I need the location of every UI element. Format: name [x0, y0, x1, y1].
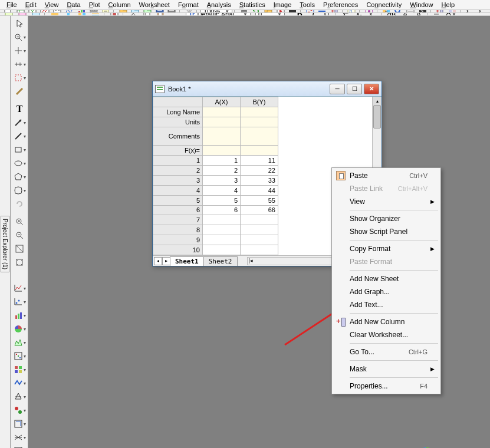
- reader-icon[interactable]: ▾: [12, 44, 27, 57]
- cell[interactable]: 6: [203, 205, 241, 215]
- cell[interactable]: 5: [203, 195, 241, 205]
- rect-tool-icon[interactable]: ▾: [12, 143, 27, 156]
- fit-page-icon[interactable]: [12, 256, 27, 269]
- maximize-button[interactable]: ☐: [347, 84, 362, 94]
- menu-data[interactable]: Data: [63, 0, 84, 9]
- cell[interactable]: [241, 225, 278, 235]
- menu-add-graph[interactable]: Add Graph...: [333, 285, 439, 298]
- arrow-tool-icon[interactable]: ▾: [12, 116, 27, 129]
- menu-copy-format[interactable]: Copy Format▶: [333, 242, 439, 255]
- lt4-icon[interactable]: ▾: [12, 322, 27, 335]
- menu-worksheet[interactable]: Worksheet: [135, 0, 174, 9]
- menu-plot[interactable]: Plot: [85, 0, 104, 9]
- region-tool-icon[interactable]: ▾: [12, 184, 27, 197]
- lt13-icon[interactable]: ▾: [12, 444, 27, 448]
- menu-column[interactable]: Column: [104, 0, 135, 9]
- data-selector-icon[interactable]: ▾: [12, 58, 27, 71]
- menu-clear-worksheet[interactable]: Clear Worksheet...: [333, 328, 439, 341]
- menu-view[interactable]: View: [41, 0, 63, 9]
- lt6-icon[interactable]: ▾: [12, 350, 27, 363]
- zoom-pan-icon[interactable]: +▾: [12, 31, 27, 44]
- menu-show-organizer[interactable]: Show Organizer: [333, 212, 439, 225]
- cell[interactable]: [203, 235, 241, 245]
- zoom-in-icon[interactable]: [12, 215, 27, 228]
- zoom-out-icon[interactable]: [12, 229, 27, 242]
- row-number[interactable]: 10: [153, 245, 203, 255]
- menu-goto[interactable]: Go To...Ctrl+G: [333, 345, 439, 358]
- column-header-b[interactable]: B(Y): [241, 97, 278, 107]
- column-header-a[interactable]: A(X): [203, 97, 241, 107]
- row-number[interactable]: 6: [153, 205, 203, 215]
- menu-add-new-sheet[interactable]: Add New Sheet: [333, 272, 439, 285]
- project-explorer-tab[interactable]: Project Explorer (1): [1, 216, 9, 272]
- row-number[interactable]: 7: [153, 215, 203, 225]
- row-number[interactable]: 9: [153, 235, 203, 245]
- lt2-icon[interactable]: ▾: [12, 295, 27, 308]
- circle-tool-icon[interactable]: ▾: [12, 157, 27, 170]
- row-comments[interactable]: Comments: [153, 127, 203, 146]
- minimize-button[interactable]: ─: [330, 84, 345, 94]
- menu-properties[interactable]: Properties...F4: [333, 380, 439, 393]
- menu-window[interactable]: Window: [406, 0, 437, 9]
- menu-connectivity[interactable]: Connectivity: [362, 0, 406, 9]
- menu-mask[interactable]: Mask▶: [333, 363, 439, 375]
- menu-statistics[interactable]: Statistics: [235, 0, 269, 9]
- rescale-tool-icon[interactable]: [12, 242, 27, 255]
- lt8-icon[interactable]: ▾: [12, 377, 27, 390]
- cell[interactable]: [241, 245, 278, 255]
- scroll-up-icon[interactable]: ▴: [373, 97, 382, 105]
- menu-image[interactable]: Image: [269, 0, 296, 9]
- cell[interactable]: 2: [203, 166, 241, 176]
- lt5-icon[interactable]: ▾: [12, 336, 27, 349]
- cell[interactable]: 22: [241, 166, 278, 176]
- tab-next-icon[interactable]: ▸: [162, 257, 170, 265]
- row-number[interactable]: 1: [153, 156, 203, 166]
- cell[interactable]: 3: [203, 175, 241, 185]
- cell[interactable]: [241, 215, 278, 225]
- workbook-titlebar[interactable]: Book1 * ─ ☐ ✕: [153, 81, 382, 97]
- row-number[interactable]: 3: [153, 175, 203, 185]
- line-tool-icon[interactable]: ▾: [12, 130, 27, 143]
- cell[interactable]: [203, 225, 241, 235]
- pointer-tool-icon[interactable]: [12, 17, 27, 30]
- tab-first-icon[interactable]: ◂: [154, 257, 162, 265]
- row-number[interactable]: 4: [153, 185, 203, 195]
- menu-file[interactable]: File: [2, 0, 21, 9]
- mask-tool-icon[interactable]: ▾: [12, 71, 27, 84]
- sheet-tab-2[interactable]: Sheet2: [203, 256, 238, 266]
- row-long-name[interactable]: Long Name: [153, 107, 203, 117]
- lt9-icon[interactable]: ▾: [12, 390, 27, 403]
- cell[interactable]: [203, 215, 241, 225]
- menu-analysis[interactable]: Analysis: [203, 0, 235, 9]
- cell[interactable]: 44: [241, 185, 278, 195]
- cell[interactable]: [241, 235, 278, 245]
- menu-show-script-panel[interactable]: Show Script Panel: [333, 225, 439, 238]
- row-units[interactable]: Units: [153, 117, 203, 127]
- row-fx[interactable]: F(x)=: [153, 146, 203, 156]
- menu-view[interactable]: View▶: [333, 195, 439, 208]
- sheet-tab-1[interactable]: Sheet1: [170, 256, 204, 266]
- text-tool-icon[interactable]: T: [12, 103, 27, 116]
- lt12-icon[interactable]: ▾: [12, 431, 27, 444]
- menu-help[interactable]: Help: [437, 0, 459, 9]
- menu-edit[interactable]: Edit: [21, 0, 41, 9]
- menu-paste[interactable]: PasteCtrl+V: [333, 169, 439, 182]
- lt11-icon[interactable]: ▾: [12, 417, 27, 430]
- menu-add-text[interactable]: Add Text...: [333, 298, 439, 311]
- rotate-icon[interactable]: [12, 197, 27, 210]
- polygon-tool-icon[interactable]: ▾: [12, 170, 27, 183]
- draw-data-icon[interactable]: [12, 85, 27, 98]
- menu-preferences[interactable]: Preferences: [319, 0, 362, 9]
- cell[interactable]: 11: [241, 156, 278, 166]
- cell[interactable]: [203, 245, 241, 255]
- menu-add-new-column[interactable]: Add New Column: [333, 315, 439, 328]
- cell[interactable]: 55: [241, 195, 278, 205]
- cell[interactable]: 1: [203, 156, 241, 166]
- row-number[interactable]: 8: [153, 225, 203, 235]
- lt10-icon[interactable]: ▾: [12, 404, 27, 417]
- cell[interactable]: 33: [241, 175, 278, 185]
- row-number[interactable]: 5: [153, 195, 203, 205]
- lt7-icon[interactable]: ▾: [12, 363, 27, 376]
- menu-format[interactable]: Format: [174, 0, 203, 9]
- row-number[interactable]: 2: [153, 166, 203, 176]
